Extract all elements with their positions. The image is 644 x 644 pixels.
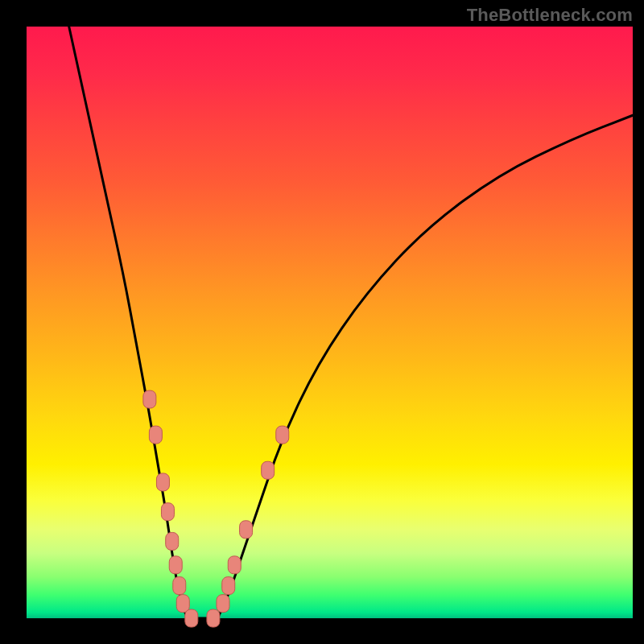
data-marker — [228, 556, 241, 574]
curve-left-branch — [69, 27, 188, 618]
data-marker — [240, 521, 253, 539]
data-marker — [166, 532, 179, 550]
watermark-text: TheBottleneck.com — [467, 5, 633, 26]
data-marker — [143, 390, 156, 408]
data-marker — [262, 461, 275, 479]
data-marker — [161, 503, 174, 521]
curve-right-branch — [217, 115, 633, 618]
data-marker — [276, 426, 289, 444]
chart-frame: TheBottleneck.com — [0, 0, 644, 644]
marker-layer — [143, 390, 289, 627]
data-marker — [222, 577, 235, 595]
data-marker — [169, 556, 182, 574]
curve-layer — [69, 27, 633, 618]
data-marker — [156, 473, 169, 491]
data-marker — [207, 609, 220, 627]
data-marker — [185, 609, 198, 627]
data-marker — [173, 577, 186, 595]
data-marker — [217, 595, 229, 613]
data-marker — [149, 426, 162, 444]
chart-svg — [27, 27, 633, 618]
data-marker — [176, 595, 189, 613]
